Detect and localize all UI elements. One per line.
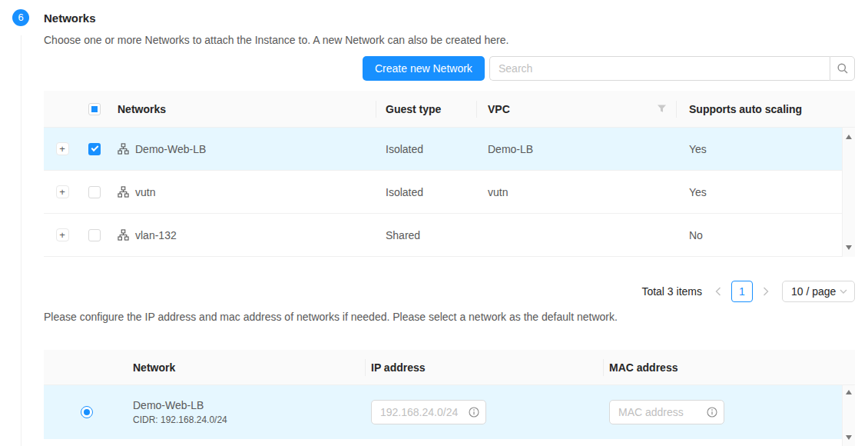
- table-scrollbar[interactable]: [842, 385, 855, 446]
- networks-table: Networks Guest type VPC Supports auto sc…: [44, 91, 855, 257]
- scroll-up-icon[interactable]: [846, 135, 852, 139]
- pagination: Total 3 items 1 10 / page: [641, 281, 855, 302]
- info-icon: [469, 407, 479, 418]
- config-description: Please configure the IP address and mac …: [44, 311, 618, 323]
- search-input[interactable]: [489, 56, 830, 81]
- pagination-page-1[interactable]: 1: [731, 281, 753, 302]
- search-bar: [489, 56, 855, 81]
- scroll-up-icon[interactable]: [846, 390, 852, 394]
- config-network-name: Demo-Web-LB: [133, 399, 365, 411]
- column-header-mac: MAC address: [603, 350, 855, 384]
- expand-column-header: [44, 91, 81, 127]
- column-header-auto-scaling: Supports auto scaling: [676, 91, 855, 127]
- step-description: Choose one or more Networks to attach th…: [44, 34, 509, 46]
- chevron-right-icon: [763, 287, 769, 296]
- search-icon: [837, 62, 849, 75]
- auto-scaling-value: Yes: [689, 186, 707, 198]
- scroll-down-icon[interactable]: [846, 245, 852, 250]
- header-separator: [365, 359, 366, 376]
- networks-table-header: Networks Guest type VPC Supports auto sc…: [44, 91, 855, 128]
- chevron-left-icon: [715, 287, 721, 296]
- guest-type-value: Isolated: [386, 143, 423, 155]
- create-new-network-button[interactable]: Create new Network: [363, 56, 485, 81]
- column-header-guest-type: Guest type: [376, 91, 476, 127]
- row-checkbox-checked[interactable]: [88, 143, 101, 155]
- config-network-cidr: CIDR: 192.168.24.0/24: [133, 414, 365, 425]
- column-header-mac-label: MAC address: [609, 361, 678, 374]
- auto-scaling-value: Yes: [689, 143, 707, 155]
- default-network-radio[interactable]: [81, 406, 93, 418]
- select-all-cell: [81, 91, 108, 127]
- network-cluster-icon: [118, 143, 129, 155]
- guest-type-value: Shared: [386, 229, 420, 241]
- table-scrollbar[interactable]: [842, 128, 855, 257]
- network-name: Demo-Web-LB: [135, 143, 206, 155]
- step-number-badge: 6: [12, 9, 29, 26]
- column-header-auto-scaling-label: Supports auto scaling: [689, 103, 802, 115]
- network-name: vlan-132: [135, 229, 177, 241]
- header-separator: [603, 359, 604, 376]
- column-header-ip: IP address: [365, 350, 603, 384]
- header-separator: [376, 101, 376, 118]
- page-size-value: 10 / page: [791, 285, 836, 298]
- guest-type-value: Isolated: [386, 186, 423, 198]
- networks-step-panel: 6 Networks Choose one or more Networks t…: [0, 0, 868, 446]
- config-table-header: Network IP address MAC address: [44, 350, 855, 385]
- filter-funnel-icon[interactable]: [657, 104, 667, 114]
- pagination-total: Total 3 items: [641, 285, 702, 298]
- network-config-table: Network IP address MAC address Demo-Web-…: [44, 350, 855, 446]
- column-header-networks-label: Networks: [118, 103, 166, 115]
- pagination-next-button[interactable]: [757, 281, 774, 302]
- config-table-row[interactable]: Demo-Web-LB CIDR: 192.168.24.0/24: [44, 385, 855, 439]
- step-connector-line: [21, 35, 22, 446]
- auto-scaling-value: No: [689, 229, 703, 241]
- network-cluster-icon: [118, 186, 129, 198]
- default-column-header: [44, 350, 130, 384]
- table-row[interactable]: + Demo-Web-LB Isolated Demo-LB Yes: [44, 128, 855, 171]
- column-header-networks: Networks: [108, 91, 376, 127]
- row-checkbox-unchecked[interactable]: [88, 186, 101, 198]
- column-header-vpc: VPC: [476, 91, 676, 127]
- vpc-value: Demo-LB: [488, 143, 533, 155]
- pagination-prev-button[interactable]: [710, 281, 727, 302]
- expand-row-button[interactable]: +: [56, 228, 69, 241]
- scroll-down-icon[interactable]: [846, 435, 852, 440]
- select-all-checkbox[interactable]: [88, 103, 101, 115]
- vpc-value: vutn: [488, 186, 508, 198]
- page-size-select[interactable]: 10 / page: [782, 281, 855, 302]
- column-header-network: Network: [130, 350, 365, 384]
- column-header-vpc-label: VPC: [488, 103, 510, 115]
- info-icon: [707, 407, 717, 418]
- networks-table-body: + Demo-Web-LB Isolated Demo-LB Yes +: [44, 128, 855, 257]
- expand-row-button[interactable]: +: [56, 185, 69, 198]
- table-row[interactable]: + vlan-132 Shared No: [44, 214, 855, 257]
- column-header-network-label: Network: [133, 361, 175, 374]
- chevron-down-icon: [840, 289, 847, 294]
- page-title: Networks: [44, 12, 96, 25]
- network-cluster-icon: [118, 229, 129, 241]
- search-button[interactable]: [830, 56, 855, 81]
- network-name: vutn: [135, 186, 155, 198]
- column-header-ip-label: IP address: [371, 361, 426, 374]
- column-header-guest-type-label: Guest type: [386, 103, 441, 115]
- header-separator: [676, 101, 677, 118]
- table-row[interactable]: + vutn Isolated vutn Yes: [44, 171, 855, 214]
- expand-row-button[interactable]: +: [56, 142, 69, 155]
- header-separator: [476, 101, 477, 118]
- config-table-body: Demo-Web-LB CIDR: 192.168.24.0/24: [44, 385, 855, 446]
- row-checkbox-unchecked[interactable]: [88, 229, 101, 241]
